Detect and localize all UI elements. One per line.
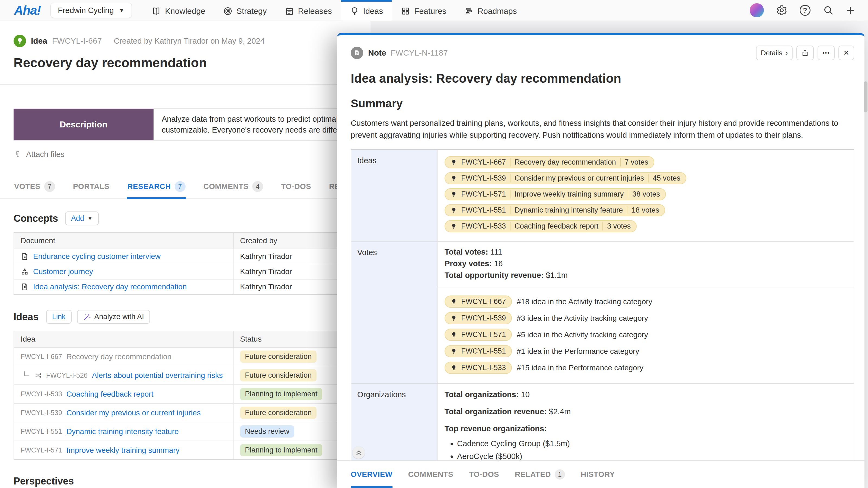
tab-portals[interactable]: PORTALS — [72, 176, 110, 198]
top-revenue-item: Cadence Cycling Group ($1.5m) — [457, 439, 848, 448]
idea-pill[interactable]: FWCYL-I-571Improve weekly training summa… — [444, 188, 666, 200]
vote-rank-row: FWCYL-I-571#5 idea in the Activity track… — [444, 329, 854, 341]
nav-item-ideas[interactable]: Ideas — [341, 0, 392, 21]
features-grid-icon — [401, 6, 410, 16]
note-tab-to-dos[interactable]: TO-DOS — [469, 461, 499, 488]
nav-items: KnowledgeStrategyReleasesIdeasFeaturesRo… — [143, 0, 526, 21]
collapse-table-button[interactable] — [352, 446, 365, 459]
paperclip-icon — [13, 151, 22, 159]
pill-divider — [510, 190, 510, 198]
shuffle-icon — [34, 372, 42, 379]
note-tab-history[interactable]: HISTORY — [581, 461, 615, 488]
nav-item-features[interactable]: Features — [392, 0, 455, 21]
top-revenue-list: Cadence Cycling Group ($1.5m)AeroCycle (… — [444, 439, 848, 460]
pill-id: FWCYL-I-539 — [461, 174, 506, 183]
nav-item-strategy[interactable]: Strategy — [214, 0, 276, 21]
idea-pill-row: FWCYL-I-571Improve weekly training summa… — [444, 188, 848, 200]
nested-corner-connector — [24, 371, 29, 376]
idea-pill[interactable]: FWCYL-I-551Dynamic training intensity fe… — [444, 204, 665, 216]
idea-id-pill[interactable]: FWCYL-I-571 — [444, 329, 512, 341]
nav-item-label: Features — [414, 6, 446, 16]
whiteboard-icon — [21, 268, 29, 276]
row-label: Votes — [351, 241, 437, 383]
idea-pill[interactable]: FWCYL-I-533Coaching feedback report3 vot… — [444, 220, 637, 232]
workspace-name: Fredwin Cycling — [58, 6, 114, 15]
search-icon[interactable] — [823, 5, 834, 16]
idea-id-pill[interactable]: FWCYL-I-533 — [444, 362, 512, 374]
tab-label: VOTES — [14, 182, 40, 191]
tab-research[interactable]: RESEARCH7 — [127, 176, 186, 198]
ideas-link-button[interactable]: Link — [46, 310, 72, 324]
idea-cell: FWCYL-I-533Coaching feedback report — [14, 385, 233, 403]
note-id: FWCYL-N-1187 — [391, 48, 448, 58]
pill-divider — [627, 206, 627, 215]
concepts-add-button[interactable]: Add ▼ — [65, 212, 99, 225]
divider — [0, 84, 371, 85]
note-tab-comments[interactable]: COMMENTS — [408, 461, 454, 488]
idea-tabs-bar: VOTES7PORTALSRESEARCH7COMMENTS4TO-DOSREL… — [0, 176, 371, 199]
nav-item-knowledge[interactable]: Knowledge — [143, 0, 214, 21]
vote-stat: Total opportunity revenue: $1.1m — [444, 271, 854, 280]
workspace-selector[interactable]: Fredwin Cycling ▼ — [51, 3, 132, 18]
aha-logo[interactable]: Aha! — [14, 0, 41, 21]
note-tab-label: TO-DOS — [469, 470, 499, 479]
concept-document-link[interactable]: Idea analysis: Recovery day recommendati… — [33, 283, 187, 291]
idea-id-pill[interactable]: FWCYL-I-667 — [444, 295, 512, 308]
note-tab-overview[interactable]: OVERVIEW — [351, 461, 393, 488]
details-button[interactable]: Details › — [756, 45, 793, 60]
tab-count-badge: 4 — [252, 181, 263, 192]
idea-pill[interactable]: FWCYL-I-539Consider my previous or curre… — [444, 172, 686, 184]
help-icon[interactable]: ? — [800, 5, 810, 16]
idea-row-title[interactable]: Consider my previous or current injuries — [66, 409, 201, 417]
idea-row-title[interactable]: Improve weekly training summary — [66, 446, 180, 455]
concept-row: Idea analysis: Recovery day recommendati… — [14, 280, 370, 294]
pill-title: Coaching feedback report — [515, 222, 598, 230]
concepts-table: Document Created by Endurance cycling cu… — [13, 232, 371, 295]
ideas-table: Idea Status FWCYL-I-667Recovery day reco… — [13, 331, 371, 460]
pill-lightbulb-icon — [451, 298, 457, 305]
idea-row: FWCYL-I-539Consider my previous or curre… — [14, 404, 370, 422]
pill-lightbulb-icon — [451, 207, 457, 214]
concept-document-link[interactable]: Endurance cycling customer interview — [33, 252, 161, 261]
analyze-with-ai-button[interactable]: Analyze with AI — [77, 310, 150, 324]
ideas-heading: Ideas — [13, 311, 38, 323]
idea-id-pill[interactable]: FWCYL-I-539 — [444, 312, 512, 324]
row-label: Ideas — [351, 150, 437, 241]
more-options-button[interactable]: ••• — [817, 45, 835, 60]
pill-votes: 45 votes — [653, 174, 680, 183]
knowledge-book-icon — [152, 6, 161, 16]
nav-item-label: Releases — [298, 6, 332, 16]
user-avatar[interactable] — [750, 3, 764, 18]
idea-row-title[interactable]: Alerts about potential overtraining risk… — [92, 371, 223, 380]
perspectives-heading: Perspectives — [13, 476, 74, 487]
tab-votes[interactable]: VOTES7 — [13, 176, 56, 198]
concept-document-cell: Endurance cycling customer interview — [14, 249, 233, 264]
rank-text: #3 idea in the Activity tracking categor… — [517, 314, 648, 323]
nav-item-releases[interactable]: Releases — [276, 0, 341, 21]
idea-row-id: FWCYL-I-667 — [21, 353, 62, 361]
note-tab-related[interactable]: RELATED1 — [515, 461, 565, 488]
idea-row-title[interactable]: Coaching feedback report — [66, 390, 154, 398]
idea-pill[interactable]: FWCYL-I-667Recovery day recommendation7 … — [444, 156, 654, 168]
concept-document-link[interactable]: Customer journey — [33, 267, 93, 276]
tab-label: COMMENTS — [204, 182, 249, 191]
rank-text: #5 idea in the Activity tracking categor… — [517, 330, 648, 339]
tab-to-dos[interactable]: TO-DOS — [280, 176, 312, 198]
pill-title: Dynamic training intensity feature — [515, 206, 623, 215]
idea-row-title[interactable]: Dynamic training intensity feature — [66, 427, 179, 436]
attach-files-button[interactable]: Attach files — [13, 150, 371, 159]
idea-id-pill[interactable]: FWCYL-I-551 — [444, 345, 512, 357]
nav-item-roadmaps[interactable]: Roadmaps — [455, 0, 526, 21]
tab-comments[interactable]: COMMENTS4 — [203, 176, 264, 198]
note-title: Idea analysis: Recovery day recommendati… — [351, 71, 854, 86]
pill-lightbulb-icon — [451, 175, 457, 182]
add-plus-icon[interactable]: + — [846, 5, 855, 16]
description-section: Description Analyze data from past worko… — [13, 108, 371, 141]
share-button[interactable] — [796, 45, 814, 60]
ideas-lightbulb-icon — [350, 6, 359, 16]
close-button[interactable]: ✕ — [838, 45, 854, 60]
nav-item-label: Strategy — [237, 6, 267, 16]
page-scrollbar-thumb[interactable] — [864, 82, 867, 112]
analysis-row-ideas: Ideas FWCYL-I-667Recovery day recommenda… — [351, 150, 854, 241]
settings-gear-icon[interactable] — [776, 5, 787, 16]
